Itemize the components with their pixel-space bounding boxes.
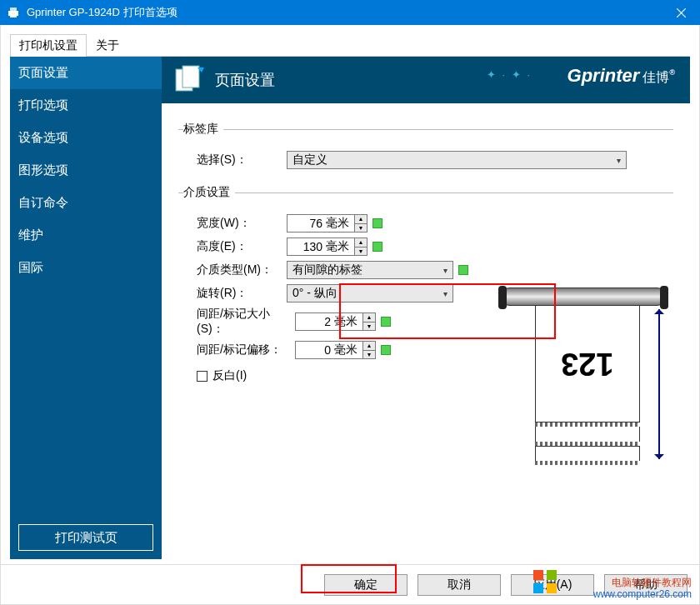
- ok-button[interactable]: 确定: [324, 574, 408, 596]
- label-reverse: 反白(I): [212, 368, 247, 383]
- window-title: Gprinter GP-1924D 打印首选项: [27, 5, 662, 20]
- sidebar-item-international[interactable]: 国际: [10, 252, 162, 284]
- sidebar-item-device-options[interactable]: 设备选项: [10, 122, 162, 154]
- tab-strip: 打印机设置 关于: [10, 34, 690, 57]
- spin-down-icon[interactable]: ▼: [363, 322, 375, 331]
- svg-rect-1: [10, 8, 17, 11]
- panel-title: 页面设置: [215, 70, 275, 90]
- print-test-page-button[interactable]: 打印测试页: [18, 524, 153, 551]
- media-type-combo[interactable]: 有间隙的标签 ▾: [287, 261, 453, 279]
- gap-size-spinner[interactable]: 毫米 ▲▼: [295, 312, 376, 331]
- gap-graphic: [535, 427, 640, 442]
- height-arrow-icon: [658, 309, 660, 459]
- sidebar: 页面设置 打印选项 设备选项 图形选项 自订命令 维护 国际 打印测试页: [10, 57, 162, 559]
- legend-media-settings: 介质设置: [183, 185, 235, 200]
- reverse-checkbox[interactable]: [197, 371, 208, 382]
- sidebar-item-page-setup[interactable]: 页面设置: [10, 57, 162, 89]
- chevron-down-icon: ▾: [611, 156, 626, 165]
- fieldset-label-stock: 标签库 选择(S)： 自定义 ▾: [178, 122, 673, 173]
- watermark: 电脑软硬件教程网 www.computer26.com: [593, 576, 692, 600]
- rotate-combo[interactable]: 0° - 纵向 ▾: [287, 284, 453, 302]
- status-indicator: [372, 218, 382, 228]
- height-spinner[interactable]: 毫米 ▲▼: [287, 238, 368, 256]
- tab-printer-settings[interactable]: 打印机设置: [10, 34, 87, 57]
- gap-size-input[interactable]: [296, 313, 334, 330]
- sidebar-item-graphics-options[interactable]: 图形选项: [10, 154, 162, 187]
- page-setup-icon: [173, 63, 207, 97]
- legend-label-stock: 标签库: [183, 122, 223, 137]
- label-height: 高度(E)：: [185, 239, 287, 254]
- label-gap-offset: 间距/标记偏移：: [185, 342, 295, 358]
- select-stock-combo[interactable]: 自定义 ▾: [287, 151, 627, 169]
- status-indicator: [372, 242, 382, 252]
- sidebar-item-maintenance[interactable]: 维护: [10, 219, 162, 252]
- label-select: 选择(S)：: [185, 152, 287, 168]
- label-preview: 123: [500, 288, 675, 462]
- label-gap-size: 间距/标记大小(S)：: [185, 307, 295, 337]
- sidebar-item-custom-commands[interactable]: 自订命令: [10, 187, 162, 219]
- windows-logo-icon: [533, 570, 557, 593]
- tear-line: [535, 461, 640, 465]
- chevron-down-icon: ▾: [438, 289, 452, 298]
- label-media-type: 介质类型(M)：: [185, 262, 287, 278]
- spin-up-icon[interactable]: ▲: [363, 313, 375, 322]
- spin-up-icon[interactable]: ▲: [363, 342, 375, 351]
- spin-up-icon[interactable]: ▲: [355, 238, 367, 248]
- svg-rect-4: [182, 66, 199, 88]
- next-label-graphic: [535, 446, 640, 461]
- brand-logo: Gprinter 佳博®: [568, 65, 675, 87]
- close-button[interactable]: [662, 0, 700, 25]
- spin-down-icon[interactable]: ▼: [355, 248, 367, 256]
- cancel-button[interactable]: 取消: [418, 574, 501, 596]
- status-indicator: [381, 345, 391, 355]
- tab-about[interactable]: 关于: [87, 34, 128, 57]
- width-input[interactable]: [288, 215, 326, 232]
- label-width: 宽度(W)：: [185, 216, 287, 231]
- status-indicator: [458, 265, 468, 275]
- roll-graphic: [500, 288, 667, 306]
- spin-up-icon[interactable]: ▲: [355, 215, 367, 224]
- label-graphic: 123: [535, 304, 640, 422]
- width-spinner[interactable]: 毫米 ▲▼: [287, 214, 368, 232]
- height-input[interactable]: [288, 238, 326, 255]
- gap-offset-spinner[interactable]: 毫米 ▲▼: [295, 341, 376, 359]
- gap-offset-input[interactable]: [296, 342, 334, 358]
- spin-down-icon[interactable]: ▼: [355, 224, 367, 232]
- svg-rect-2: [10, 14, 17, 18]
- status-indicator: [381, 317, 391, 327]
- title-bar: Gprinter GP-1924D 打印首选项: [0, 0, 700, 25]
- printer-icon: [7, 6, 20, 19]
- sidebar-item-print-options[interactable]: 打印选项: [10, 89, 162, 122]
- label-rotate: 旋转(R)：: [185, 286, 287, 301]
- chevron-down-icon: ▾: [438, 266, 452, 275]
- decorative-sparkle: ✦ · ✦ ·: [487, 68, 532, 81]
- spin-down-icon[interactable]: ▼: [363, 351, 375, 359]
- panel-header: 页面设置 ✦ · ✦ · Gprinter 佳博®: [162, 57, 690, 103]
